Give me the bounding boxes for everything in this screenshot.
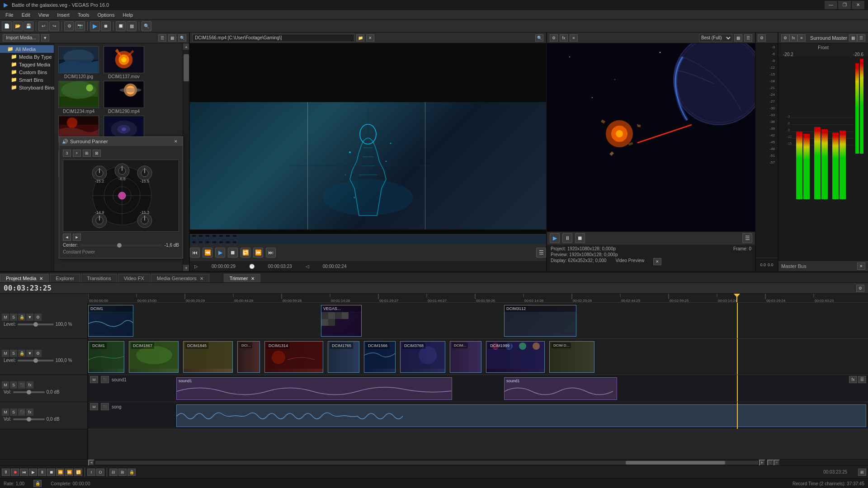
prev-marker[interactable]: ⏪ bbox=[56, 469, 64, 476]
rewind-button[interactable]: ⏪ bbox=[203, 248, 212, 258]
track-expand-button[interactable]: ▼ bbox=[26, 350, 33, 357]
prev-frame-button[interactable]: ⏮ bbox=[190, 248, 200, 258]
play-from-start-button[interactable]: ⏮ bbox=[20, 469, 28, 476]
audio-fx-button[interactable]: fx bbox=[849, 376, 857, 383]
panner-mode-button[interactable]: ⊠ bbox=[93, 150, 101, 157]
right-play-button[interactable]: ▶ bbox=[550, 233, 560, 243]
media-menu-button[interactable]: ▼ bbox=[41, 34, 49, 42]
tree-item-storyboard[interactable]: 📁 Storyboard Bins bbox=[0, 84, 54, 91]
sm-eq-button[interactable]: ≡ bbox=[797, 34, 806, 42]
zoom-out-button[interactable]: - bbox=[767, 460, 774, 466]
right-settings-button[interactable]: ⚙ bbox=[550, 34, 558, 42]
track-settings-button[interactable]: ⚙ bbox=[34, 314, 42, 321]
close-button[interactable]: ✕ bbox=[852, 1, 864, 9]
preview-timeline-bar[interactable] bbox=[190, 234, 546, 243]
video-clip-vegas[interactable]: VEGAS... bbox=[321, 305, 362, 337]
tree-item-smart-bins[interactable]: 📁 Smart Bins bbox=[0, 76, 54, 84]
tab-close-icon[interactable]: ✕ bbox=[251, 276, 255, 281]
vol-slider[interactable] bbox=[13, 418, 45, 420]
media-item-dcim1120[interactable]: DCIM1120.jpg bbox=[57, 46, 100, 79]
track-solo-button[interactable]: S bbox=[10, 408, 17, 416]
video-clip-dcim1566[interactable]: DCIM1566 bbox=[364, 341, 396, 373]
track-fx-button[interactable]: fx bbox=[26, 381, 33, 389]
panner-increase-button[interactable]: ► bbox=[73, 234, 81, 241]
menu-insert[interactable]: Insert bbox=[53, 11, 73, 19]
new-button[interactable]: 📄 bbox=[2, 21, 12, 31]
list-view-button[interactable]: ☰ bbox=[158, 34, 166, 42]
vol-slider[interactable] bbox=[13, 391, 45, 393]
snap-button-2[interactable]: ⊟ bbox=[109, 469, 118, 476]
grid-button[interactable]: ▦ bbox=[127, 21, 137, 31]
track-lock-button[interactable]: 🔒 bbox=[18, 350, 25, 357]
right-stop-button[interactable]: ⏹ bbox=[575, 233, 585, 243]
capture-button[interactable]: 📷 bbox=[75, 21, 85, 31]
track-arm-button[interactable]: ⚫ bbox=[18, 381, 25, 389]
video-clip-dcim1765[interactable]: DCIM1765 bbox=[328, 341, 359, 373]
loop-mode-button[interactable]: 🔁 bbox=[74, 469, 82, 476]
video-clip-d[interactable]: DCIM D... bbox=[549, 341, 594, 373]
scroll-down-button[interactable]: ▼ bbox=[183, 265, 189, 271]
timeline-hscrollbar[interactable]: ◄ ► - + bbox=[0, 459, 868, 465]
level-slider[interactable] bbox=[18, 360, 54, 361]
import-media-button[interactable]: Import Media... bbox=[3, 34, 39, 42]
redo-button[interactable]: ↪ bbox=[49, 21, 59, 31]
tab-video-fx[interactable]: Video FX bbox=[118, 274, 150, 282]
panner-grid-button[interactable]: ⊞ bbox=[83, 150, 91, 157]
minimize-button[interactable]: — bbox=[825, 1, 837, 9]
next-frame-button[interactable]: ⏭ bbox=[266, 248, 276, 258]
forward-button[interactable]: ⏩ bbox=[253, 248, 263, 258]
play-pause-button[interactable]: ▶ bbox=[215, 248, 225, 258]
track-solo-button[interactable]: S bbox=[10, 314, 17, 321]
set-in-button[interactable]: I bbox=[87, 469, 95, 476]
search-button[interactable]: 🔍 bbox=[178, 34, 186, 42]
tab-close-icon[interactable]: ✕ bbox=[39, 276, 43, 281]
quality-select[interactable]: Best (Full) Good (Half) Draft bbox=[699, 34, 732, 42]
scroll-right-button[interactable]: ► bbox=[759, 460, 765, 466]
audio-mute-button[interactable]: M bbox=[90, 403, 98, 410]
vu-settings-button[interactable]: ⚙ bbox=[758, 34, 766, 42]
tab-close-icon[interactable]: ✕ bbox=[200, 276, 203, 281]
track-fx-button[interactable]: fx bbox=[26, 408, 33, 416]
media-scrollbar[interactable]: ▲ ▼ bbox=[183, 43, 189, 271]
tab-trimmer[interactable]: Trimmer ✕ bbox=[224, 274, 261, 282]
preview-zoom-button[interactable]: 🔍 bbox=[535, 34, 543, 42]
right-fx-button[interactable]: fx bbox=[560, 34, 568, 42]
track-mute-button[interactable]: M bbox=[2, 381, 9, 389]
audio-options-button[interactable]: ☰ bbox=[858, 376, 866, 383]
panner-close-button[interactable]: ✕ bbox=[172, 138, 180, 145]
track-expand-button[interactable]: ▼ bbox=[26, 314, 33, 321]
video-clip-dcim1867[interactable]: DCIM1867 bbox=[129, 341, 179, 373]
sm-settings-button[interactable]: ⚙ bbox=[781, 34, 789, 42]
panner-expand-button[interactable]: + bbox=[73, 150, 81, 157]
render-button[interactable]: ⚙ bbox=[64, 21, 74, 31]
panner-link-button[interactable]: 3 bbox=[63, 150, 71, 157]
tab-media-generators[interactable]: Media Generators ✕ bbox=[151, 274, 209, 282]
tree-item-tagged[interactable]: 📁 Tagged Media bbox=[0, 61, 54, 68]
preview-path-input[interactable]: DCIM1566.mp4 [C:\User\Footage\Gaming\] bbox=[193, 34, 354, 42]
fullscreen-button[interactable]: ⊞ bbox=[858, 469, 866, 476]
surround-panner-header[interactable]: 🔊 Surround Panner ✕ bbox=[59, 137, 183, 146]
media-item-dcim1290[interactable]: DCIM1290.mp4 bbox=[102, 81, 146, 114]
stop-button[interactable]: ⏹ bbox=[228, 248, 238, 258]
right-preview-button[interactable]: ▦ bbox=[734, 34, 742, 42]
save-button[interactable]: 💾 bbox=[24, 21, 33, 31]
sm-fx-button[interactable]: fx bbox=[789, 34, 797, 42]
zoom-in-button[interactable]: + bbox=[774, 460, 780, 466]
next-marker[interactable]: ⏩ bbox=[65, 469, 73, 476]
scroll-thumb[interactable] bbox=[184, 54, 189, 81]
preview-close-button[interactable]: ✕ bbox=[366, 34, 374, 42]
lock-tracks-button[interactable]: 🔒 bbox=[127, 469, 136, 476]
audio-arm-button[interactable]: ⚫ bbox=[101, 403, 109, 410]
right-more-button[interactable]: ☰ bbox=[744, 34, 752, 42]
restore-button[interactable]: ❐ bbox=[838, 1, 851, 9]
video-clip-dcim-x[interactable]: DCIM... bbox=[450, 341, 481, 373]
audio-clip-sound1-2[interactable]: sound1 bbox=[504, 377, 617, 400]
play-button[interactable]: ▶ bbox=[29, 469, 37, 476]
undo-button[interactable]: ↩ bbox=[38, 21, 48, 31]
track-settings-button[interactable]: ⚙ bbox=[34, 350, 42, 357]
level-slider[interactable] bbox=[18, 324, 54, 325]
video-clip-2-dcim1[interactable]: DCIM1 bbox=[88, 341, 124, 373]
loop-button[interactable]: 🔁 bbox=[241, 248, 250, 258]
scroll-track[interactable] bbox=[183, 50, 189, 265]
audio-mute-button[interactable]: M bbox=[90, 376, 98, 383]
